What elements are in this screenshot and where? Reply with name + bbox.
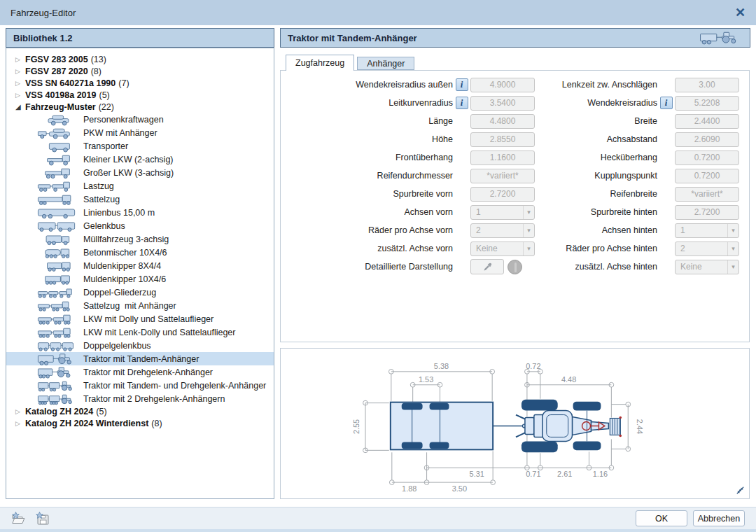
tree-item-transporter[interactable]: Transporter [6, 139, 274, 153]
tree-item-muldenkipper-8x4-4[interactable]: Muldenkipper 8X4/4 [6, 259, 274, 272]
field-label: zusätzl. Achse vorn [286, 244, 453, 253]
tree-item-label: Sattelzug mit Anhänger [83, 301, 176, 311]
doppelgelenkbus-vehicle-icon [36, 339, 79, 353]
close-icon[interactable]: ✕ [735, 6, 746, 19]
tree-group[interactable]: ▷VSS 40198a 2019(5) [6, 89, 274, 101]
tree-item-label: Doppelgelenkbus [83, 341, 151, 351]
tree-item-label: Traktor mit Drehgelenk-Anhänger [83, 368, 213, 377]
fit-view-icon[interactable] [735, 485, 746, 496]
tree-group[interactable]: ▷Katalog ZH 2024(5) [6, 405, 274, 417]
tree-group-count: (5) [96, 407, 106, 416]
tree-item-gro-er-lkw-3-achsig[interactable]: Großer LKW (3-achsig) [6, 166, 274, 179]
tree-item-kleiner-lkw-2-achsig[interactable]: Kleiner LKW (2-achsig) [6, 153, 274, 166]
edit-representation-button[interactable] [470, 259, 504, 274]
window-title: Fahrzeug-Editor [10, 8, 76, 18]
trailer-shape [391, 402, 526, 450]
expand-arrow-icon[interactable]: ▷ [15, 420, 25, 427]
expand-arrow-icon[interactable]: ▷ [15, 92, 25, 99]
vehicle-drawing: 5.38 0.72 1.53 4.48 2.55 2.44 5.31 0.71 … [281, 349, 749, 498]
tree-item-label: Müllfahrzeug 3-achsig [83, 234, 169, 244]
tree-item-label: Traktor mit 2 Drehgelenk-Anhängern [83, 394, 225, 404]
tree-item-traktor-mit-tandem-und-drehgelenk-anh-nger[interactable]: Traktor mit Tandem- und Drehgelenk-Anhän… [6, 379, 274, 392]
tree-item-personenkraftwagen[interactable]: Personenkraftwagen [6, 113, 274, 126]
collapse-arrow-icon[interactable]: ◢ [15, 103, 25, 111]
expand-arrow-icon[interactable]: ▷ [15, 68, 25, 75]
footer-bar: OK Abbrechen [0, 507, 756, 529]
chevron-down-icon: ▾ [727, 260, 738, 274]
form-column-right: Lenkzeit zw. Anschlägen3.00Wendekreisrad… [521, 76, 739, 276]
tree-group[interactable]: ◢Fahrzeug-Muster(22) [6, 101, 274, 113]
tree-item-doppelgelenkbus[interactable]: Doppelgelenkbus [6, 339, 274, 352]
tree-group[interactable]: ▷FGSV 283 2005(13) [6, 53, 274, 65]
dim-tractor-length: 4.48 [561, 375, 576, 384]
tree-item-sattelzug-mit-anh-nger[interactable]: Sattelzug mit Anhänger [6, 299, 274, 312]
tree-item-label: Linienbus 15,00 m [83, 208, 155, 218]
expand-arrow-icon[interactable]: ▷ [15, 56, 25, 63]
dim-tandem-to-hitch: 5.31 [470, 470, 484, 478]
titlebar: Fahrzeug-Editor ✕ [0, 0, 756, 25]
tree-item-sattelzug[interactable]: Sattelzug [6, 192, 274, 206]
field-lenkzeit-zw-anschl-gen: 3.00 [675, 78, 739, 92]
tree-item-doppel-gliederzug[interactable]: Doppel-Gliederzug [6, 286, 274, 299]
field-label: Reifenbreite [521, 189, 657, 199]
representation-toggle[interactable] [507, 260, 522, 274]
tractor-shape [516, 400, 622, 453]
expand-arrow-icon[interactable]: ▷ [15, 408, 25, 415]
form-row: Reifenbreite*variiert* [521, 185, 739, 203]
form-row: Detaillierte Darstellung [286, 258, 535, 276]
tree-group-label: Katalog ZH 2024 Winterdienst [25, 419, 148, 428]
dropdown-r-der-pro-achse-hinten: 2▾ [675, 241, 739, 256]
vehicle-type-icon [699, 29, 743, 47]
tree-item-linienbus-15-00-m[interactable]: Linienbus 15,00 m [6, 206, 274, 219]
info-icon[interactable]: i [456, 78, 468, 91]
tree-item-traktor-mit-tandem-anh-nger[interactable]: Traktor mit Tandem-Anhänger [6, 352, 274, 365]
ok-button[interactable]: OK [636, 510, 687, 526]
field-wendekreisradius: 5.2208 [675, 96, 739, 111]
tree-item-muldenkipper-10x4-6[interactable]: Muldenkipper 10X4/6 [6, 272, 274, 286]
tree-group-label: FGSV 283 2005 [25, 55, 88, 64]
dim-hitch-to-rear-axle: 0.71 [526, 470, 540, 478]
tree-item-pkw-mit-anh-nger[interactable]: PKW mit Anhänger [6, 126, 274, 139]
form-row: Leitkurvenradiusi3.5400 [286, 94, 535, 112]
tree-item-lkw-mit-dolly-und-sattelauflieger[interactable]: LKW mit Dolly und Sattelauflieger [6, 312, 274, 326]
tree-group[interactable]: ▷Katalog ZH 2024 Winterdienst(8) [6, 417, 274, 429]
form-row: Länge4.4800 [286, 112, 535, 130]
tab-anhaenger[interactable]: Anhänger [357, 57, 414, 70]
tree-item-label: Kleiner LKW (2-achsig) [83, 155, 174, 164]
tab-bar: Zugfahrzeug Anhänger [286, 55, 414, 71]
tree-item-lkw-mit-lenk-dolly-und-sattelauflieger[interactable]: LKW mit Lenk-Dolly und Sattelauflieger [6, 326, 274, 339]
library-tree[interactable]: ▷FGSV 283 2005(13)▷FGSV 287 2020(8)▷VSS … [6, 48, 274, 499]
expand-arrow-icon[interactable]: ▷ [15, 80, 25, 87]
open-favorites-button[interactable] [11, 512, 27, 525]
tree-item-label: Betonmischer 10X4/6 [83, 248, 167, 258]
tree-item-label: Sattelzug [83, 195, 120, 204]
tree-item-traktor-mit-2-drehgelenk-anh-ngern[interactable]: Traktor mit 2 Drehgelenk-Anhängern [6, 392, 274, 405]
cancel-button[interactable]: Abbrechen [693, 510, 745, 526]
dropdown-zus-tzl-achse-hinten: Keine▾ [675, 260, 739, 274]
tree-group[interactable]: ▷VSS SN 640271a 1990(7) [6, 77, 274, 89]
dolly-vehicle-icon [36, 312, 79, 326]
tree-item-label: Gelenkbus [83, 221, 125, 231]
form-row: Räder pro Achse vorn2▾ [286, 221, 535, 239]
form-row: Frontüberhang1.1600 [286, 148, 535, 167]
info-icon[interactable]: i [660, 97, 673, 109]
field-label: Länge [286, 116, 453, 126]
tab-zugfahrzeug[interactable]: Zugfahrzeug [286, 55, 354, 71]
tree-group-label: VSS SN 640271a 1990 [25, 78, 115, 88]
tree-item-traktor-mit-drehgelenk-anh-nger[interactable]: Traktor mit Drehgelenk-Anhänger [6, 365, 274, 379]
truck2-vehicle-icon [36, 153, 79, 167]
save-favorites-button[interactable] [35, 512, 50, 525]
mixer-vehicle-icon [36, 246, 79, 260]
tree-item-m-llfahrzeug-3-achsig[interactable]: Müllfahrzeug 3-achsig [6, 232, 274, 246]
info-icon[interactable]: i [456, 97, 468, 109]
tree-item-gelenkbus[interactable]: Gelenkbus [6, 219, 274, 232]
tree-item-betonmischer-10x4-6[interactable]: Betonmischer 10X4/6 [6, 246, 274, 259]
form-row: zusätzl. Achse hintenKeine▾ [521, 258, 739, 276]
tree-group[interactable]: ▷FGSV 287 2020(8) [6, 65, 274, 77]
field-label: Frontüberhang [286, 153, 453, 162]
tree-item-lastzug[interactable]: Lastzug [6, 179, 274, 192]
drawing-panel: 5.38 0.72 1.53 4.48 2.55 2.44 5.31 0.71 … [280, 348, 750, 499]
form-row: Kupplungspunkt0.7200 [521, 167, 739, 185]
dim-rear-to-tandem: 1.88 [402, 484, 416, 493]
lastzug-vehicle-icon [36, 179, 79, 193]
